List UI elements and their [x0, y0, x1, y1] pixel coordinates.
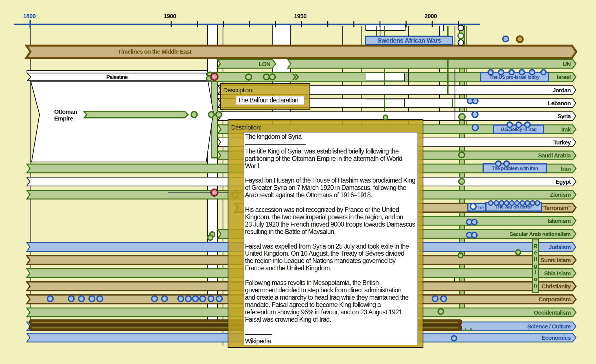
svg-text:––––––––: ––––––––	[245, 330, 272, 337]
svg-text:––––––––––––––––––: ––––––––––––––––––	[245, 140, 306, 148]
svg-text:Secular Arab nationalism: Secular Arab nationalism	[509, 231, 571, 237]
svg-text:War I.: War I.	[245, 162, 260, 170]
svg-text:and create a monarchy to head: and create a monarchy to head Iraq while…	[245, 294, 408, 301]
svg-text:Palestine: Palestine	[106, 74, 128, 80]
svg-text:United Kingdom. On 10 August,: United Kingdom. On 10 August, the Treaty…	[245, 250, 404, 257]
svg-text:Faisal was crowned King of Ira: Faisal was crowned King of Iraq.	[245, 316, 331, 323]
svg-text:referendum showing 96% in favo: referendum showing 96% in favour, and on…	[245, 308, 404, 316]
svg-text:The Balfour declaration: The Balfour declaration	[238, 97, 298, 104]
svg-text:"Terrorism": "Terrorism"	[541, 205, 571, 211]
svg-text:Swedens African Wars: Swedens African Wars	[377, 37, 441, 44]
svg-text:UN: UN	[563, 61, 571, 67]
svg-text:Faysal ibn Husayn of the House: Faysal ibn Husayn of the House of Hashim…	[245, 177, 415, 184]
svg-text:Lebanon: Lebanon	[548, 100, 571, 106]
svg-text:The kingdom of Syria: The kingdom of Syria	[245, 133, 302, 140]
svg-text:of Greater Syria on 7 March 19: of Greater Syria on 7 March 1920 in Dama…	[245, 184, 406, 191]
svg-text:1950: 1950	[294, 13, 306, 19]
svg-text:Wikipedia: Wikipedia	[245, 337, 271, 345]
svg-text:Irak: Irak	[561, 126, 571, 133]
svg-text:Description:: Description:	[231, 124, 261, 131]
svg-text:Egypt: Egypt	[556, 178, 571, 185]
svg-text:Judaism: Judaism	[549, 244, 571, 250]
svg-text:Description:: Description:	[223, 87, 253, 94]
svg-text:Islamism: Islamism	[547, 218, 571, 224]
svg-text:France and the United Kingdom.: France and the United Kingdom.	[245, 264, 331, 272]
svg-text:Jordan: Jordan	[553, 87, 571, 93]
svg-text:Arab revolt against the Ottoma: Arab revolt against the Ottomans of 1916…	[245, 191, 372, 199]
svg-text:23 July 1920 the French moved: 23 July 1920 the French moved 9000 troop…	[245, 221, 415, 228]
svg-text:Following mass revolts in Meso: Following mass revolts in Mesopotamia, t…	[245, 279, 379, 286]
svg-text:Ter: Ter	[477, 205, 484, 210]
svg-text:Iran: Iran	[561, 165, 571, 172]
svg-text:1900: 1900	[164, 13, 176, 19]
svg-text:Kingdom, the two new imperial: Kingdom, the two new imperial powers in …	[245, 213, 403, 221]
svg-text:Israel: Israel	[557, 74, 571, 80]
svg-text:Shia Islam: Shia Islam	[544, 270, 571, 277]
svg-text:The title King of Syria, was e: The title King of Syria, was established…	[245, 148, 398, 155]
svg-text:Corporatism: Corporatism	[538, 296, 571, 302]
svg-text:Ottoman: Ottoman	[54, 108, 77, 115]
svg-text:partitioning of the Ottoman Em: partitioning of the Ottoman Empire in th…	[245, 155, 402, 162]
svg-text:Zionism: Zionism	[550, 191, 571, 198]
svg-text:LON: LON	[259, 61, 270, 67]
svg-text:Religion: Religion	[533, 243, 538, 289]
svg-text:government decided to step bac: government decided to step back from dir…	[245, 286, 401, 294]
svg-text:Timelines on the Middle East: Timelines on the Middle East	[118, 48, 192, 55]
svg-text:Science / Culture: Science / Culture	[527, 323, 571, 330]
svg-text:mandate. Faisal agreed to beco: mandate. Faisal agreed to become King fo…	[245, 301, 381, 308]
svg-text:Turkey: Turkey	[553, 139, 571, 146]
svg-text:1800: 1800	[23, 13, 36, 19]
svg-text:2000: 2000	[424, 13, 437, 19]
svg-text:the region into League of Nati: the region into League of Nations mandat…	[245, 257, 396, 264]
svg-text:Occidentalism: Occidentalism	[534, 309, 571, 316]
svg-text:Faisal was expelled from Syria: Faisal was expelled from Syria on 25 Jul…	[245, 243, 409, 250]
svg-text:Sunni Islam: Sunni Islam	[540, 257, 571, 263]
svg-text:Syria: Syria	[558, 113, 571, 119]
svg-text:Empire: Empire	[54, 115, 73, 122]
svg-text:Christianity: Christianity	[541, 283, 571, 290]
svg-text:resulting in the Battle of May: resulting in the Battle of Maysalun.	[245, 228, 336, 235]
svg-text:Saudi Arabia: Saudi Arabia	[538, 152, 571, 159]
svg-text:His accession was not recogniz: His accession was not recognized by Fran…	[245, 206, 399, 213]
svg-text:Economics: Economics	[542, 334, 571, 341]
